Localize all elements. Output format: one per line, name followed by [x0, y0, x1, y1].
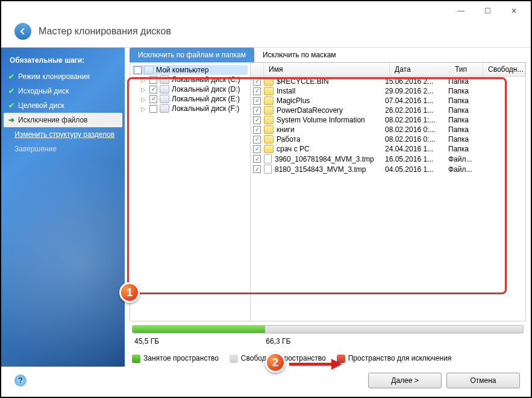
back-button[interactable] [14, 23, 31, 40]
file-type: Файл... [448, 165, 481, 174]
total-size: 66,3 ГБ [266, 337, 290, 346]
checkbox[interactable] [253, 87, 261, 95]
tree-drive[interactable]: ▷ Локальный диск (C:) [133, 75, 248, 84]
maximize-button[interactable]: ☐ [474, 2, 501, 19]
close-button[interactable]: ✕ [501, 2, 527, 19]
folder-icon [264, 125, 274, 134]
swatch-free-icon [230, 355, 238, 363]
file-date: 07.04.2016 1... [385, 96, 445, 105]
sidebar-item-structure[interactable]: Изменить структуру разделов [1, 127, 125, 142]
list-item[interactable]: PowerDataRecovery 26.02.2016 1... Папка [251, 106, 525, 115]
tree-drive[interactable]: ▷ Локальный диск (F:) [133, 104, 248, 113]
tree-drive[interactable]: ▷ Локальный диск (D:) [133, 84, 248, 94]
checkbox[interactable] [149, 95, 157, 103]
space-bar [132, 325, 524, 333]
drive-icon [160, 104, 169, 113]
checkbox[interactable] [149, 86, 157, 93]
file-name: $RECYCLE.BIN [277, 77, 382, 86]
sidebar-item-exclude[interactable]: ➔Исключение файлов [4, 113, 122, 127]
list-item[interactable]: книги 08.02.2016 0:... Папка [251, 125, 525, 134]
list-item[interactable]: срач с PC 24.04.2016 1... Папка [251, 144, 525, 154]
sidebar-item-label: Исходный диск [18, 87, 69, 95]
list-item[interactable]: 8180_3154843_MVM_3.tmp 04.05.2016 1... Ф… [251, 164, 525, 174]
sidebar-item-label: Исключение файлов [18, 116, 87, 124]
tree-root[interactable]: Мой компьютер [133, 65, 248, 75]
swatch-excl-icon [337, 355, 345, 363]
file-name: срач с PC [277, 145, 382, 153]
list-item[interactable]: Работа 08.02.2016 0:... Папка [251, 134, 525, 144]
tab-files[interactable]: Исключить по файлам и папкам [130, 48, 254, 62]
folder-icon [264, 87, 274, 95]
checkbox[interactable] [253, 155, 261, 163]
checkbox[interactable] [253, 126, 261, 134]
col-type[interactable]: Тип [450, 63, 483, 76]
file-name: PowerDataRecovery [277, 106, 382, 115]
checkbox[interactable] [253, 107, 261, 115]
expander-icon[interactable]: ▷ [141, 77, 147, 83]
file-name: Работа [277, 135, 382, 144]
file-type: Папка [448, 106, 481, 115]
drive-icon [160, 75, 169, 84]
file-date: 24.04.2016 1... [385, 145, 445, 153]
folder-icon [264, 135, 274, 144]
sidebar-item-source[interactable]: ✔Исходный диск [1, 84, 125, 98]
file-type: Папка [448, 135, 481, 144]
next-button[interactable]: Далее > [368, 373, 442, 388]
checkbox[interactable] [253, 78, 261, 86]
sidebar-item-label: Режим клонирования [18, 72, 90, 81]
col-free[interactable]: Свободн... [483, 63, 525, 76]
col-date[interactable]: Дата [390, 63, 450, 76]
list-item[interactable]: MagicPlus 07.04.2016 1... Папка [251, 96, 525, 106]
file-name: книги [277, 125, 382, 134]
rows[interactable]: $RECYCLE.BIN 15.06.2016 2... Папка Insta… [251, 77, 525, 321]
help-button[interactable]: ? [14, 374, 27, 387]
file-type: Файл... [448, 155, 481, 163]
computer-icon [144, 66, 154, 74]
tree-drive[interactable]: ▷ Локальный диск (E:) [133, 94, 248, 104]
sidebar-item-label: Завершение [14, 145, 57, 153]
expander-icon[interactable]: ▷ [141, 96, 147, 103]
sidebar-heading: Обязательные шаги: [1, 54, 125, 69]
checkbox[interactable] [149, 105, 157, 113]
sidebar-item-target[interactable]: ✔Целевой диск [1, 98, 125, 113]
sidebar-item-label: Изменить структуру разделов [14, 130, 114, 139]
minimize-button[interactable]: — [448, 2, 474, 19]
column-headers[interactable]: Имя Дата Тип Свободн... [251, 63, 525, 77]
file-name: 3960_106781984_MVM_3.tmp [275, 155, 382, 163]
space-used [133, 326, 265, 333]
tabs: Исключить по файлам и папкам Исключить п… [130, 48, 526, 63]
cancel-button[interactable]: Отмена [446, 373, 520, 388]
list-item[interactable]: System Volume Information 08.02.2016 1:.… [251, 115, 525, 125]
sidebar-item-mode[interactable]: ✔Режим клонирования [1, 69, 125, 84]
checkbox[interactable] [253, 116, 261, 124]
expander-icon[interactable]: ▷ [141, 86, 147, 93]
file-icon [264, 165, 272, 174]
drive-label: Локальный диск (C:) [172, 75, 240, 84]
file-type: Папка [448, 87, 481, 95]
checkbox[interactable] [253, 97, 261, 105]
expander-icon[interactable]: ▷ [141, 106, 147, 112]
checkbox[interactable] [253, 165, 261, 173]
checkbox[interactable] [253, 145, 261, 153]
tab-masks[interactable]: Исключить по маскам [254, 48, 345, 62]
checkbox[interactable] [149, 76, 157, 84]
file-list: Имя Дата Тип Свободн... $RECYCLE.BIN 15.… [251, 63, 525, 321]
list-item[interactable]: $RECYCLE.BIN 15.06.2016 2... Папка [251, 77, 525, 86]
tree-pane[interactable]: Мой компьютер ▷ Локальный диск (C:)▷ Лок… [130, 63, 251, 321]
titlebar: — ☐ ✕ [1, 1, 531, 21]
sidebar-item-finish: Завершение [1, 142, 125, 156]
tree-label: Мой компьютер [156, 66, 208, 74]
file-date: 26.02.2016 1... [385, 106, 445, 115]
file-type: Папка [448, 77, 481, 86]
list-item[interactable]: Install 29.09.2016 2... Папка [251, 86, 525, 96]
folder-icon [264, 96, 274, 105]
list-item[interactable]: 3960_106781984_MVM_3.tmp 16.05.2016 1...… [251, 154, 525, 164]
checkbox[interactable] [253, 136, 261, 144]
file-date: 08.02.2016 0:... [385, 125, 445, 134]
col-name[interactable]: Имя [264, 63, 390, 76]
folder-icon [264, 77, 274, 86]
file-date: 08.02.2016 0:... [385, 135, 445, 144]
drive-label: Локальный диск (F:) [172, 104, 239, 113]
file-date: 04.05.2016 1... [385, 165, 445, 174]
checkbox[interactable] [134, 66, 142, 74]
